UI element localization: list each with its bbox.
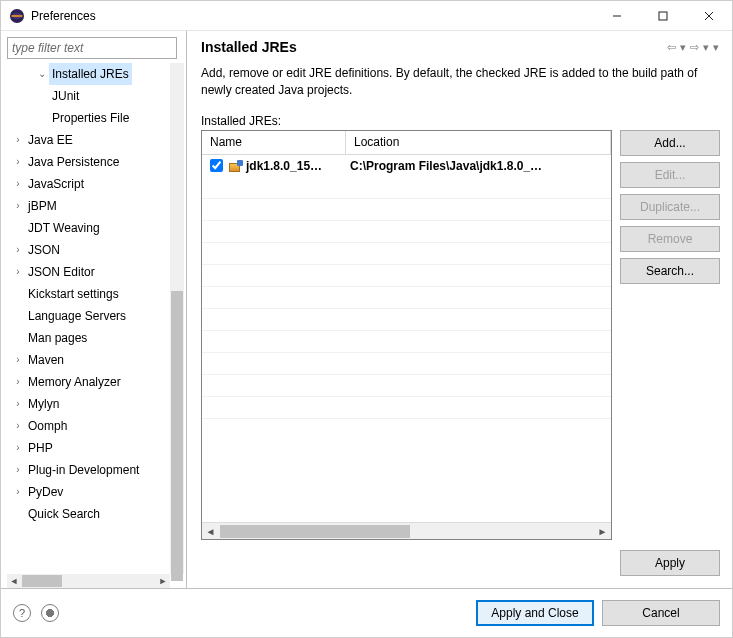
tree-item-label: JUnit <box>49 85 82 107</box>
tree-item[interactable]: ›Plug-in Development <box>7 459 184 481</box>
jre-buttons: Add... Edit... Duplicate... Remove Searc… <box>620 130 720 540</box>
eclipse-icon <box>9 8 25 24</box>
preferences-tree[interactable]: ⌄Installed JREsJUnitProperties File›Java… <box>7 63 184 588</box>
tree-item[interactable]: Properties File <box>7 107 184 129</box>
help-icon[interactable]: ? <box>13 604 31 622</box>
tree-item-label: Java EE <box>25 129 76 151</box>
back-menu-icon[interactable]: ▾ <box>679 41 687 54</box>
chevron-right-icon[interactable]: › <box>11 173 25 195</box>
scroll-right-icon[interactable]: ► <box>156 574 170 588</box>
import-export-icon[interactable] <box>41 604 59 622</box>
remove-button[interactable]: Remove <box>620 226 720 252</box>
forward-icon[interactable]: ⇨ <box>689 41 700 54</box>
tree-item[interactable]: ›JSON <box>7 239 184 261</box>
chevron-right-icon[interactable]: › <box>11 195 25 217</box>
chevron-right-icon[interactable]: › <box>11 459 25 481</box>
scrollbar-thumb[interactable] <box>171 291 183 581</box>
filter-input[interactable] <box>7 37 177 59</box>
tree-item-label: Java Persistence <box>25 151 122 173</box>
forward-menu-icon[interactable]: ▾ <box>702 41 710 54</box>
add-button[interactable]: Add... <box>620 130 720 156</box>
view-menu-icon[interactable]: ▾ <box>712 41 720 54</box>
chevron-right-icon[interactable]: › <box>11 349 25 371</box>
tree-item-label: Quick Search <box>25 503 103 525</box>
cancel-button[interactable]: Cancel <box>602 600 720 626</box>
tree-item[interactable]: ›Mylyn <box>7 393 184 415</box>
tree-item[interactable]: ›Maven <box>7 349 184 371</box>
page-nav-toolbar: ⇦▾ ⇨▾ ▾ <box>666 41 720 54</box>
chevron-right-icon[interactable]: › <box>11 129 25 151</box>
chevron-right-icon[interactable]: › <box>11 261 25 283</box>
scroll-right-icon[interactable]: ► <box>594 526 611 537</box>
tree-item-label: JSON <box>25 239 63 261</box>
scroll-left-icon[interactable]: ◄ <box>202 526 219 537</box>
tree-item[interactable]: JUnit <box>7 85 184 107</box>
tree-item-label: jBPM <box>25 195 60 217</box>
tree-horizontal-scrollbar[interactable]: ◄ ► <box>7 574 170 588</box>
back-icon[interactable]: ⇦ <box>666 41 677 54</box>
chevron-right-icon[interactable]: › <box>11 393 25 415</box>
table-horizontal-scrollbar[interactable]: ◄ ► <box>202 522 611 539</box>
tree-item-label: Language Servers <box>25 305 129 327</box>
tree-item-label: Properties File <box>49 107 132 129</box>
tree-item[interactable]: ⌄Installed JREs <box>7 63 184 85</box>
titlebar: Preferences <box>1 1 732 31</box>
window-title: Preferences <box>31 9 594 23</box>
tree-item[interactable]: ›PHP <box>7 437 184 459</box>
scroll-left-icon[interactable]: ◄ <box>7 574 21 588</box>
tree-item[interactable]: ›jBPM <box>7 195 184 217</box>
tree-item-label: PHP <box>25 437 56 459</box>
tree-item-label: JDT Weaving <box>25 217 103 239</box>
maximize-button[interactable] <box>640 1 686 30</box>
minimize-button[interactable] <box>594 1 640 30</box>
page-title: Installed JREs <box>201 39 666 55</box>
tree-item[interactable]: ›Oomph <box>7 415 184 437</box>
tree-item-label: Kickstart settings <box>25 283 122 305</box>
duplicate-button[interactable]: Duplicate... <box>620 194 720 220</box>
jre-default-checkbox[interactable] <box>210 159 223 172</box>
tree-item-label: Memory Analyzer <box>25 371 124 393</box>
apply-button[interactable]: Apply <box>620 550 720 576</box>
search-button[interactable]: Search... <box>620 258 720 284</box>
tree-item[interactable]: Quick Search <box>7 503 184 525</box>
tree-item[interactable]: ›Memory Analyzer <box>7 371 184 393</box>
tree-item-label: Installed JREs <box>49 63 132 85</box>
table-row[interactable]: jdk1.8.0_15…C:\Program Files\Java\jdk1.8… <box>202 155 611 177</box>
jre-icon <box>229 160 243 172</box>
tree-item[interactable]: ›Java EE <box>7 129 184 151</box>
tree-item-label: Man pages <box>25 327 90 349</box>
tree-item[interactable]: Man pages <box>7 327 184 349</box>
chevron-down-icon[interactable]: ⌄ <box>35 63 49 85</box>
tree-vertical-scrollbar[interactable] <box>170 63 184 574</box>
svg-rect-4 <box>659 12 667 20</box>
tree-item[interactable]: Kickstart settings <box>7 283 184 305</box>
chevron-right-icon[interactable]: › <box>11 437 25 459</box>
jre-table[interactable]: Name Location jdk1.8.0_15…C:\Program Fil… <box>201 130 612 540</box>
scrollbar-thumb[interactable] <box>22 575 62 587</box>
tree-item-label: Oomph <box>25 415 70 437</box>
chevron-right-icon[interactable]: › <box>11 415 25 437</box>
tree-item[interactable]: Language Servers <box>7 305 184 327</box>
scrollbar-thumb[interactable] <box>220 525 410 538</box>
chevron-right-icon[interactable]: › <box>11 239 25 261</box>
close-button[interactable] <box>686 1 732 30</box>
column-location[interactable]: Location <box>346 131 611 154</box>
edit-button[interactable]: Edit... <box>620 162 720 188</box>
chevron-right-icon[interactable]: › <box>11 371 25 393</box>
tree-item-label: PyDev <box>25 481 66 503</box>
tree-item[interactable]: JDT Weaving <box>7 217 184 239</box>
chevron-right-icon[interactable]: › <box>11 481 25 503</box>
tree-item[interactable]: ›JSON Editor <box>7 261 184 283</box>
tree-item[interactable]: ›Java Persistence <box>7 151 184 173</box>
table-label: Installed JREs: <box>201 114 720 128</box>
tree-item-label: Maven <box>25 349 67 371</box>
tree-item-label: Plug-in Development <box>25 459 142 481</box>
preferences-page: Installed JREs ⇦▾ ⇨▾ ▾ Add, remove or ed… <box>187 31 732 588</box>
tree-item[interactable]: ›PyDev <box>7 481 184 503</box>
column-name[interactable]: Name <box>202 131 346 154</box>
table-header: Name Location <box>202 131 611 155</box>
preferences-window: Preferences ⌄Installed JREsJUnitProperti… <box>0 0 733 638</box>
chevron-right-icon[interactable]: › <box>11 151 25 173</box>
apply-and-close-button[interactable]: Apply and Close <box>476 600 594 626</box>
tree-item[interactable]: ›JavaScript <box>7 173 184 195</box>
